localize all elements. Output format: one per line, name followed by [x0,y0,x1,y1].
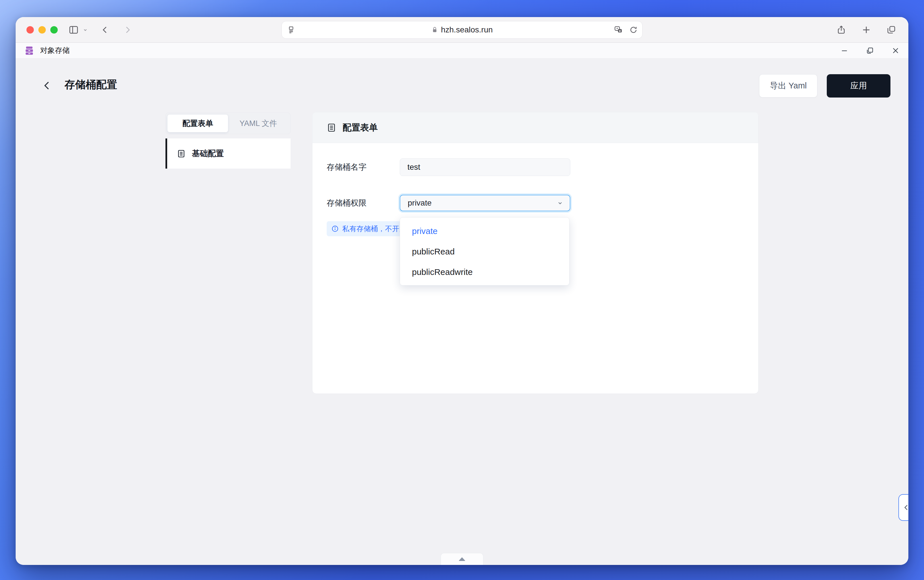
dropdown-option-publicreadwrite[interactable]: publicReadwrite [400,262,569,282]
sealos-app-page: 对象存储 存储桶配置 导出 Yaml 应用 配置表单 YAML 文件 [16,43,908,565]
page-back-button[interactable] [41,79,54,92]
browser-toolbar: hzh.sealos.run [16,17,908,43]
address-bar[interactable]: hzh.sealos.run [282,21,642,39]
app-titlebar: 对象存储 [16,43,908,59]
form-document-icon [177,149,186,158]
side-panel-toggle[interactable] [898,494,908,521]
forward-icon[interactable] [123,25,132,35]
tab-group-chevron-icon[interactable] [82,27,88,33]
tab-yaml-file[interactable]: YAML 文件 [228,115,288,132]
policy-hint-text: 私有存储桶，不开放 [342,224,406,234]
window-restore-icon[interactable] [866,46,874,55]
chevron-left-icon [903,504,908,511]
dock-collapse-handle[interactable] [441,553,483,565]
minimize-traffic-light[interactable] [38,26,46,33]
bucket-policy-select[interactable]: private [400,195,570,211]
sidebar-item-label: 基础配置 [192,148,224,159]
dropdown-option-publicread[interactable]: publicRead [400,241,569,262]
url-domain: hzh.sealos.run [441,25,493,35]
sidebar-item-basic-config[interactable]: 基础配置 [165,138,291,169]
page-title: 存储桶配置 [64,77,117,92]
tab-overview-icon[interactable] [886,25,896,35]
view-mode-tabs: 配置表单 YAML 文件 [165,113,291,134]
tab-config-form[interactable]: 配置表单 [168,115,228,132]
object-storage-app-icon [24,46,35,56]
sidebar-toggle-icon[interactable] [68,25,79,35]
browser-window: hzh.sealos.run [16,17,908,565]
window-close-icon[interactable] [891,46,900,55]
config-form-card: 配置表单 存储桶名字 存储桶权限 private 私有存储桶，不开放 priva… [312,112,759,394]
reload-icon[interactable] [629,26,638,34]
app-title: 对象存储 [40,46,70,56]
close-traffic-light[interactable] [26,26,34,33]
reader-view-icon[interactable] [287,26,295,34]
lock-icon [431,26,438,33]
info-icon [331,225,339,232]
bucket-policy-value: private [408,198,432,208]
card-header-title: 配置表单 [343,122,378,133]
form-document-icon [327,123,336,132]
share-icon[interactable] [836,25,847,35]
triangle-up-icon [459,557,465,561]
bucket-policy-label: 存储桶权限 [327,195,366,211]
export-yaml-button[interactable]: 导出 Yaml [759,74,817,97]
dropdown-option-private[interactable]: private [400,221,569,241]
bucket-name-input[interactable] [400,158,570,176]
translate-icon[interactable] [614,25,623,35]
chevron-down-icon [557,199,563,206]
bucket-policy-dropdown: private publicRead publicReadwrite [400,217,570,285]
back-icon[interactable] [100,25,110,35]
card-header: 配置表单 [313,112,758,143]
apply-button[interactable]: 应用 [827,74,891,97]
zoom-traffic-light[interactable] [50,26,58,33]
traffic-lights [26,26,58,33]
bucket-name-label: 存储桶名字 [327,158,366,176]
new-tab-icon[interactable] [861,25,871,35]
window-minimize-icon[interactable] [840,46,849,55]
